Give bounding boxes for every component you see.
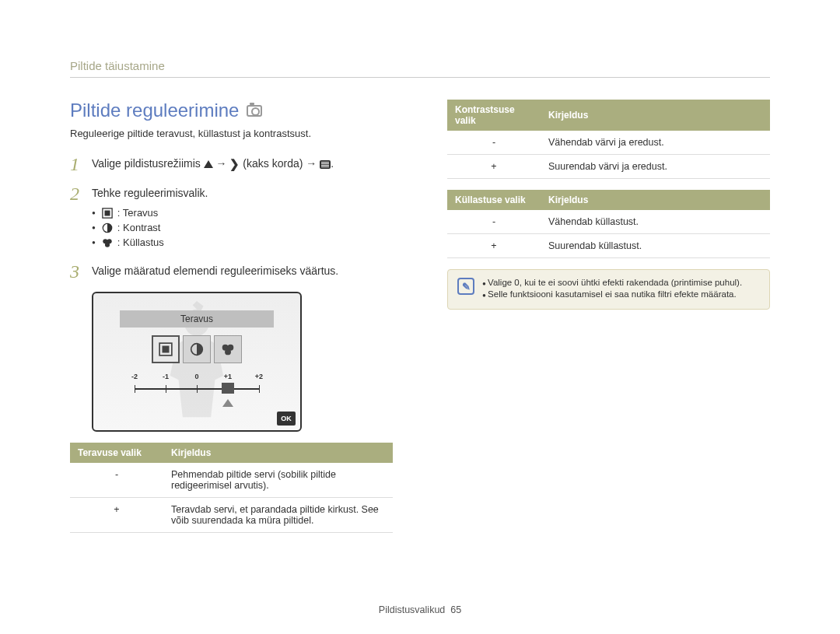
step-number-1: 1 — [70, 155, 84, 173]
svg-point-5 — [105, 242, 110, 247]
page-footer: Pildistusvalikud 65 — [0, 604, 840, 615]
table-row: - Vähendab värvi ja eredust. — [447, 131, 770, 155]
camera-mode-icon — [247, 105, 262, 117]
table-header: Kirjeldus — [541, 190, 770, 210]
table-row: + Suurendab värvi ja eredust. — [447, 155, 770, 179]
intro-text: Reguleerige piltide teravust, küllastust… — [70, 128, 393, 139]
step-number-3: 3 — [70, 262, 84, 281]
sublist-teravus: : Teravus — [92, 207, 393, 219]
note-line: Valige 0, kui te ei soovi ühtki efekti r… — [482, 278, 742, 287]
svg-rect-7 — [163, 346, 170, 353]
sublist-kyllastus: : Küllastus — [92, 236, 393, 248]
left-column: Piltide reguleerimine Reguleerige piltid… — [70, 100, 393, 544]
table-row: + Teravdab servi, et parandada piltide k… — [70, 498, 393, 533]
table-header: Küllastuse valik — [447, 190, 541, 210]
screen-banner: Teravus — [120, 310, 274, 328]
table-header: Kirjeldus — [163, 443, 393, 463]
saturation-table: Küllastuse valik Kirjeldus - Vähendab kü… — [447, 190, 770, 258]
camera-screen-preview: Teravus -2 -1 0 +1 +2 — [92, 292, 302, 432]
contrast-table: Kontrastsuse valik Kirjeldus - Vähendab … — [447, 100, 770, 179]
note-box: ✎ Valige 0, kui te ei soovi ühtki efekti… — [447, 269, 770, 310]
screen-scale: -2 -1 0 +1 +2 — [135, 377, 259, 401]
table-header: Teravuse valik — [70, 443, 163, 463]
note-line: Selle funktsiooni kasutamisel ei saa nut… — [482, 289, 742, 299]
table-row: - Pehmendab piltide servi (sobilik pilti… — [70, 463, 393, 498]
table-row: + Suurendab küllastust. — [447, 234, 770, 258]
note-icon: ✎ — [457, 278, 474, 295]
screen-ok-badge: OK — [277, 412, 296, 426]
table-header: Kirjeldus — [541, 100, 770, 131]
adjust-menu-icon — [320, 160, 331, 169]
screen-saturation-icon — [214, 335, 242, 363]
screen-contrast-icon — [183, 335, 211, 363]
step-number-2: 2 — [70, 184, 84, 251]
step-1: Valige pildistusrežiimis → ❯ (kaks korda… — [92, 155, 393, 173]
up-arrow-icon — [204, 160, 213, 168]
sublist-kontrast: : Kontrast — [92, 222, 393, 233]
right-column: Kontrastsuse valik Kirjeldus - Vähendab … — [447, 100, 770, 544]
svg-rect-1 — [104, 210, 110, 215]
table-row: - Vähendab küllastust. — [447, 210, 770, 234]
breadcrumb: Piltide täiustamine — [70, 59, 770, 78]
saturation-icon — [102, 237, 113, 248]
screen-sharpness-icon — [152, 335, 180, 363]
sharpness-table: Teravuse valik Kirjeldus - Pehmendab pil… — [70, 443, 393, 533]
table-header: Kontrastsuse valik — [447, 100, 541, 131]
svg-point-11 — [225, 349, 231, 355]
step-3: Valige määratud elemendi reguleerimiseks… — [92, 262, 393, 281]
step-2: Tehke reguleerimisvalik. : Teravus : Kon… — [92, 184, 393, 251]
scale-pointer-icon — [222, 399, 233, 407]
chevron-right-icon: ❯ — [229, 157, 240, 171]
scale-selected-marker — [222, 383, 234, 394]
page-title: Piltide reguleerimine — [70, 100, 239, 121]
contrast-icon — [102, 222, 113, 233]
sharpness-icon — [102, 208, 113, 219]
